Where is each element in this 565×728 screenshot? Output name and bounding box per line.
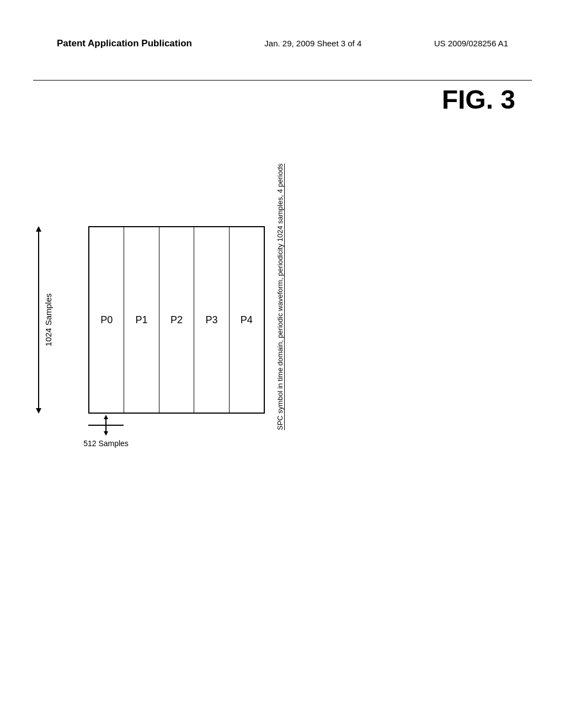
fig-label-text: FIG. 3 bbox=[442, 85, 515, 115]
arrow-down-1024 bbox=[36, 408, 41, 414]
label-1024-samples-group: 1024 Samples bbox=[36, 226, 53, 414]
arrow-up-512 bbox=[104, 415, 108, 419]
header-divider bbox=[33, 80, 532, 81]
spc-label: SPC symbol in time domain, periodic wave… bbox=[276, 176, 284, 430]
arrow-line-512-top bbox=[105, 419, 106, 425]
label-512-samples-group: 512 Samples bbox=[88, 415, 124, 448]
cell-p1: P1 bbox=[124, 227, 159, 413]
cell-p0: P0 bbox=[89, 227, 124, 413]
cell-p2: P2 bbox=[159, 227, 194, 413]
arrow-up-1024 bbox=[36, 226, 41, 232]
header-center-label: Jan. 29, 2009 Sheet 3 of 4 bbox=[264, 38, 361, 50]
diagram-area: 1024 Samples P0 P1 P2 P3 P4 bbox=[33, 221, 364, 496]
label-1024-text: 1024 Samples bbox=[44, 293, 53, 346]
arrow-line-1024 bbox=[38, 232, 39, 408]
header: Patent Application Publication Jan. 29, … bbox=[0, 38, 565, 50]
cell-p3: P3 bbox=[194, 227, 229, 413]
grid-diagram: P0 P1 P2 P3 P4 bbox=[88, 226, 265, 414]
arrow-down-512 bbox=[104, 431, 108, 436]
arrow-line-512-bottom bbox=[105, 426, 106, 431]
header-right-label: US 2009/028256 A1 bbox=[434, 38, 508, 50]
fig-label: FIG. 3 bbox=[442, 85, 515, 115]
label-512-text: 512 Samples bbox=[83, 439, 129, 448]
page: Patent Application Publication Jan. 29, … bbox=[0, 0, 565, 728]
header-left-label: Patent Application Publication bbox=[57, 38, 192, 50]
cell-p4: P4 bbox=[230, 227, 264, 413]
